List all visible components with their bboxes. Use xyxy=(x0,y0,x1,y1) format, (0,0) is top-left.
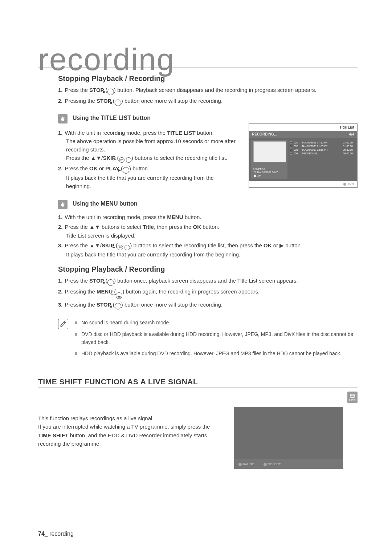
section-rule xyxy=(38,388,358,388)
step-list: 1.Press the STOP (■) button once, playba… xyxy=(58,276,358,310)
title-list-screenshot: Title List RECORDING... 4/4 ☐ MPEG2 ⏱ JA… xyxy=(249,123,358,188)
hint-label: Using the TITLE LIST button xyxy=(73,115,151,121)
step-number: 1. xyxy=(58,87,63,93)
select-label: SELECT xyxy=(264,462,281,466)
step-item: 2.Press the ▲▼ buttons to select Title, … xyxy=(58,223,358,240)
step-item: 3.Press the ▲▼/SKIP (⏮ ⏭) buttons to sel… xyxy=(58,241,358,259)
page-footer: 74_ recording xyxy=(38,531,74,537)
step-list: 1.With the unit in recording mode, press… xyxy=(58,213,358,259)
title-list-header: Title List xyxy=(339,125,354,129)
page-number: 74 xyxy=(38,531,45,537)
step-item: 1.Press the STOP (■) button once, playba… xyxy=(58,276,358,286)
step-item: 1.Press the STOP (■) button. Playback sc… xyxy=(58,86,358,95)
hint-block: Using the TITLE LIST button xyxy=(58,115,358,123)
page-title: recording xyxy=(38,44,358,75)
time-shift-description: This function replays recordings as a li… xyxy=(38,407,223,448)
step-item: 2.Pressing the STOP (■) button once more… xyxy=(58,97,358,106)
svg-point-0 xyxy=(350,394,355,396)
hdd-badge: HDD xyxy=(347,392,358,403)
note-item: No sound is heard during search mode. xyxy=(75,319,358,327)
note-item: DVD disc or HDD playback is available du… xyxy=(75,331,358,346)
document-page: recording Stopping Playback / Recording … xyxy=(0,0,392,483)
step-list: 1.Press the STOP (■) button. Playback sc… xyxy=(58,86,358,106)
stop-icon: ■ xyxy=(107,89,114,95)
time-shift-heading: TIME SHIFT FUNCTION AS A LIVE SIGNAL xyxy=(38,377,358,386)
hand-icon xyxy=(58,200,68,209)
skip-next-icon: ⏭ xyxy=(126,157,131,163)
menu-icon: MENU xyxy=(116,292,122,299)
step-item: 2.Pressing the MENU (MENU) button again,… xyxy=(58,287,358,299)
title-row: 004RECORDING...00:00:00 xyxy=(290,152,353,155)
note-block: No sound is heard during search mode. DV… xyxy=(58,319,358,361)
hint-block: Using the MENU button xyxy=(58,200,358,209)
stop-icon: ■ xyxy=(115,303,121,309)
stop-icon: ■ xyxy=(115,100,121,106)
hint-label: Using the MENU button xyxy=(73,200,138,207)
note-item: HDD playback is available during DVD rec… xyxy=(75,350,358,358)
step-number: 2. xyxy=(58,98,63,104)
step-item: 1.With the unit in recording mode, press… xyxy=(58,129,238,163)
stop-icon: ■ xyxy=(107,279,114,286)
title-row: 001JAN/01/2008 17:30 PR01:00:00 xyxy=(290,141,353,144)
note-list: No sound is heard during search mode. DV… xyxy=(75,319,358,361)
tv-screenshot: PAUSE SELECT xyxy=(234,407,343,469)
title-row: 002JAN/01/2008 21:00 PR01:00:00 xyxy=(290,145,353,147)
section-heading: Stopping Playback / Recording xyxy=(58,74,358,83)
step-item: 2.Press the OK or PLAY (▶) button. It pl… xyxy=(58,164,238,190)
time-shift-section: HDD This function replays recordings as … xyxy=(38,395,358,469)
pause-label: PAUSE xyxy=(238,462,254,466)
hand-icon xyxy=(58,114,68,123)
play-icon: ▶ xyxy=(123,167,129,174)
title-row: 003JAN/01/2008 23:15 PR00:30:00 xyxy=(290,149,353,151)
note-icon xyxy=(58,319,68,329)
skip-next-icon: ⏭ xyxy=(124,245,130,250)
section-heading: Stopping Playback / Recording xyxy=(58,265,358,274)
step-item: 1.With the unit in recording mode, press… xyxy=(58,213,358,221)
two-column-row: 1.With the unit in recording mode, press… xyxy=(58,127,358,192)
step-item: 3.Pressing the STOP (■) button once more… xyxy=(58,300,358,310)
content-column: Stopping Playback / Recording 1.Press th… xyxy=(38,74,358,361)
step-list: 1.With the unit in recording mode, press… xyxy=(58,127,238,192)
